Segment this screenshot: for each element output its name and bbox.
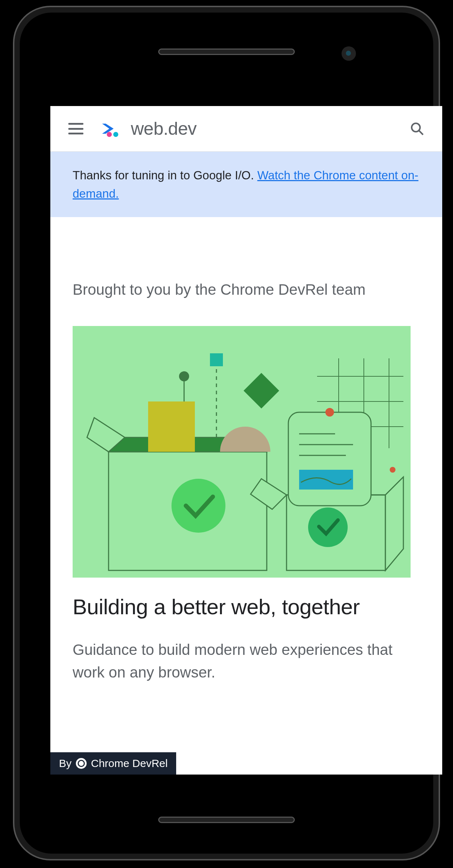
svg-point-32: [390, 467, 395, 473]
main-content: Brought to you by the Chrome DevRel team: [50, 217, 442, 684]
site-logo-group[interactable]: web.dev: [99, 118, 197, 139]
svg-point-14: [179, 371, 189, 381]
svg-rect-12: [210, 353, 223, 366]
search-icon[interactable]: [410, 121, 424, 136]
phone-speaker-top: [158, 49, 295, 55]
svg-point-2: [412, 123, 420, 132]
svg-rect-19: [148, 401, 195, 452]
phone-speaker-bottom: [158, 817, 295, 823]
phone-camera: [342, 46, 356, 61]
menu-icon[interactable]: [68, 123, 83, 134]
svg-rect-26: [288, 412, 371, 506]
app-header: web.dev: [50, 106, 442, 152]
hero-subtitle: Brought to you by the Chrome DevRel team: [73, 278, 420, 301]
svg-point-20: [171, 479, 225, 533]
hero-description: Guidance to build modern web experiences…: [73, 638, 420, 684]
site-title: web.dev: [131, 118, 197, 139]
svg-line-3: [419, 130, 423, 135]
svg-point-27: [325, 408, 334, 417]
attribution-author: Chrome DevRel: [91, 757, 168, 770]
phone-frame: web.dev Thanks for tuning in to Google I…: [14, 7, 439, 859]
hero-illustration: [73, 326, 411, 578]
svg-point-0: [107, 132, 112, 137]
webdev-logo-icon: [99, 120, 124, 137]
svg-point-1: [113, 132, 118, 137]
announcement-banner: Thanks for tuning in to Google I/O. Watc…: [50, 152, 442, 217]
hero-title: Building a better web, together: [73, 593, 420, 620]
chrome-icon: [76, 758, 87, 769]
attribution-prefix: By: [59, 757, 72, 770]
banner-text: Thanks for tuning in to Google I/O.: [73, 169, 257, 182]
svg-point-25: [308, 508, 348, 547]
attribution-badge: By Chrome DevRel: [50, 752, 176, 775]
phone-bezel: web.dev Thanks for tuning in to Google I…: [20, 13, 433, 854]
screen: web.dev Thanks for tuning in to Google I…: [50, 106, 442, 775]
